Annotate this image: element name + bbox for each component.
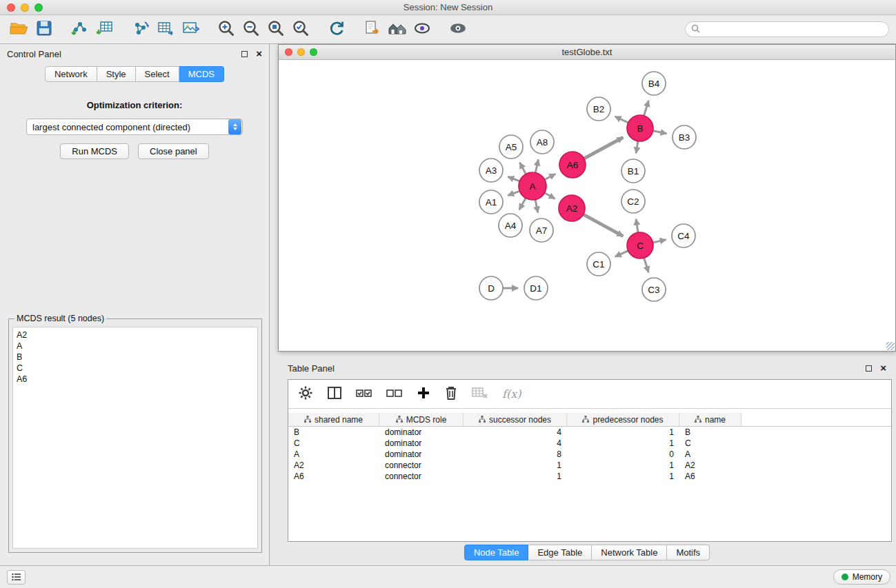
apply-layout-button[interactable] — [324, 18, 349, 41]
delete-table-button[interactable] — [472, 383, 488, 406]
graph-node-C1[interactable]: C1 — [587, 252, 610, 276]
float-panel-icon[interactable] — [241, 51, 248, 57]
tab-motifs[interactable]: Motifs — [667, 545, 710, 560]
graph-edge[interactable] — [583, 214, 624, 236]
tab-edge-table[interactable]: Edge Table — [528, 545, 592, 560]
close-panel-icon[interactable]: × — [256, 50, 262, 57]
graph-node-A2[interactable]: A2 — [559, 195, 585, 221]
close-window-button[interactable] — [7, 3, 15, 12]
search-input[interactable] — [704, 24, 883, 34]
memory-button[interactable]: Memory — [833, 569, 890, 585]
save-session-button[interactable] — [32, 18, 57, 41]
column-header[interactable]: predecessor nodes — [567, 413, 679, 426]
show-columns-button[interactable] — [327, 383, 342, 406]
graph-edge[interactable] — [508, 176, 520, 181]
graph-edge[interactable] — [615, 116, 629, 123]
birds-eye-button[interactable] — [410, 18, 435, 41]
table-settings-button[interactable] — [298, 383, 313, 406]
result-item[interactable]: B — [17, 352, 254, 363]
export-image-button[interactable] — [178, 18, 203, 41]
table-row[interactable]: Bdominator41B — [288, 427, 891, 438]
graph-edge[interactable] — [653, 240, 666, 243]
task-history-button[interactable] — [7, 570, 26, 585]
export-document-button[interactable] — [360, 18, 385, 41]
open-session-button[interactable] — [7, 18, 32, 41]
column-header[interactable]: MCDS role — [379, 413, 464, 426]
graph-node-B2[interactable]: B2 — [587, 97, 610, 121]
graph-node-D1[interactable]: D1 — [524, 276, 548, 300]
close-network-button[interactable] — [285, 48, 292, 56]
float-table-panel-icon[interactable] — [866, 365, 872, 372]
show-hide-button[interactable] — [446, 18, 470, 41]
tab-network[interactable]: Network — [45, 66, 97, 82]
graph-node-A4[interactable]: A4 — [499, 214, 522, 237]
network-graph[interactable]: B4B2BB3A8A5A6A3B1AC2A1A2A4A7C4CC1C3DD1 — [279, 60, 895, 351]
result-item[interactable]: C — [17, 363, 254, 374]
graph-node-A8[interactable]: A8 — [530, 130, 554, 154]
graph-node-C4[interactable]: C4 — [672, 224, 695, 247]
graph-node-B3[interactable]: B3 — [673, 125, 696, 149]
graph-edge[interactable] — [519, 198, 526, 210]
column-header[interactable]: name — [679, 413, 741, 426]
table-row[interactable]: A6connector11A6 — [288, 471, 891, 482]
graph-node-A1[interactable]: A1 — [479, 190, 503, 214]
graph-edge[interactable] — [544, 192, 555, 199]
mcds-result-list[interactable]: A2ABCA6 — [12, 327, 258, 549]
table-row[interactable]: Adominator80A — [288, 449, 891, 460]
result-item[interactable]: A2 — [17, 330, 254, 341]
column-header[interactable]: shared name — [288, 413, 379, 426]
graph-node-A3[interactable]: A3 — [479, 159, 503, 182]
minimize-network-button[interactable] — [297, 48, 305, 56]
result-item[interactable]: A — [17, 341, 254, 352]
close-panel-button[interactable]: Close panel — [138, 143, 209, 159]
import-table-button[interactable] — [92, 18, 117, 41]
minimize-window-button[interactable] — [21, 3, 29, 12]
result-item[interactable]: A6 — [17, 374, 254, 385]
graph-edge[interactable] — [636, 141, 638, 154]
delete-column-button[interactable] — [444, 383, 458, 406]
graph-node-A7[interactable]: A7 — [530, 219, 553, 242]
zoom-window-button[interactable] — [34, 3, 43, 12]
graph-node-A[interactable]: A — [519, 172, 546, 200]
network-window-titlebar[interactable]: testGlobe.txt — [279, 45, 895, 60]
graph-node-A5[interactable]: A5 — [499, 135, 523, 159]
column-header[interactable]: successor nodes — [464, 413, 567, 426]
export-table-button[interactable] — [153, 18, 178, 41]
tab-node-table[interactable]: Node Table — [464, 545, 529, 560]
tab-select[interactable]: Select — [136, 66, 179, 82]
graph-edge[interactable] — [615, 250, 629, 256]
criterion-select[interactable]: largest connected component (directed) — [26, 119, 243, 135]
search-box[interactable] — [685, 21, 889, 37]
import-network-button[interactable] — [68, 18, 92, 41]
zoom-in-button[interactable] — [214, 18, 239, 41]
deselect-all-button[interactable] — [386, 383, 403, 406]
add-column-button[interactable] — [417, 383, 430, 406]
graph-node-B1[interactable]: B1 — [621, 159, 645, 183]
run-mcds-button[interactable]: Run MCDS — [60, 143, 129, 159]
graph-edge[interactable] — [653, 131, 667, 134]
graph-edge[interactable] — [535, 159, 538, 173]
zoom-fit-button[interactable] — [263, 18, 288, 41]
tab-style[interactable]: Style — [97, 66, 136, 82]
graph-edge[interactable] — [644, 101, 648, 116]
network-canvas[interactable]: B4B2BB3A8A5A6A3B1AC2A1A2A4A7C4CC1C3DD1 — [279, 60, 895, 351]
graph-edge[interactable] — [544, 174, 556, 180]
zoom-selected-button[interactable] — [288, 18, 313, 41]
graph-edge[interactable] — [519, 163, 526, 174]
tab-mcds[interactable]: MCDS — [179, 66, 224, 82]
graph-node-B[interactable]: B — [627, 115, 653, 141]
graph-node-C[interactable]: C — [627, 232, 653, 258]
resize-grip[interactable] — [886, 342, 895, 350]
zoom-network-button[interactable] — [310, 48, 317, 56]
graph-edge[interactable] — [644, 257, 648, 272]
graph-node-C3[interactable]: C3 — [642, 278, 666, 301]
graph-node-B4[interactable]: B4 — [642, 72, 666, 95]
graph-edge[interactable] — [636, 219, 638, 234]
tab-network-table[interactable]: Network Table — [592, 545, 667, 560]
zoom-out-button[interactable] — [239, 18, 263, 41]
graph-edge[interactable] — [584, 137, 624, 159]
graph-node-D[interactable]: D — [479, 276, 503, 300]
graph-edge[interactable] — [535, 199, 538, 213]
table-row[interactable]: A2connector11A2 — [288, 460, 891, 471]
graph-node-C2[interactable]: C2 — [621, 190, 645, 213]
